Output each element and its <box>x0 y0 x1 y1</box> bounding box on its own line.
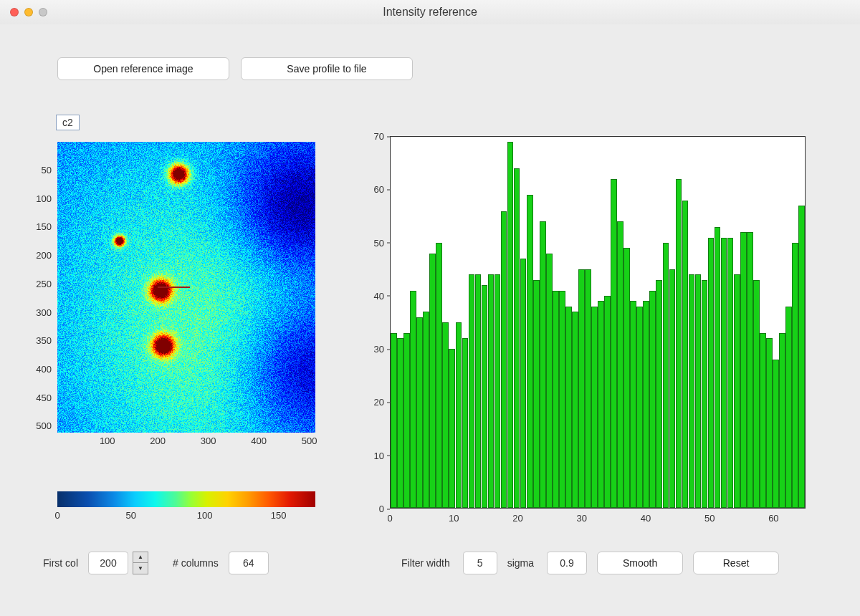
bar-x-tick: 50 <box>704 513 715 524</box>
image-x-tick: 300 <box>201 435 216 446</box>
window-maximize[interactable] <box>39 8 47 16</box>
bar-x-tick: 40 <box>641 513 651 524</box>
first-col-spinner: ▲ ▼ <box>133 552 148 574</box>
image-y-tick: 150 <box>22 221 52 232</box>
image-x-tick: 400 <box>251 435 267 446</box>
filter-width-input[interactable] <box>463 552 497 574</box>
bar <box>785 307 792 508</box>
first-col-input[interactable] <box>88 552 128 574</box>
image-x-tick: 500 <box>302 435 317 446</box>
reset-button[interactable]: Reset <box>693 552 779 574</box>
colorbar-tick: 150 <box>271 510 287 521</box>
bar <box>533 280 540 508</box>
window-title: Intensity reference <box>383 6 477 19</box>
bar <box>598 301 604 508</box>
bar <box>715 227 721 508</box>
bar-x-tick: 30 <box>576 513 586 524</box>
colorbar <box>57 491 315 507</box>
bar <box>682 201 689 508</box>
bar <box>462 338 469 508</box>
bar <box>611 179 617 508</box>
bar <box>753 280 760 508</box>
image-axes-wrap: 50100150200250300350400450500 1002003004… <box>22 142 330 443</box>
num-cols-input[interactable] <box>229 552 269 574</box>
bar <box>636 307 643 508</box>
bar <box>527 195 533 508</box>
bar-x-ticks: 0102030405060 <box>390 510 806 527</box>
bar <box>565 307 572 508</box>
open-reference-button[interactable]: Open reference image <box>57 57 229 80</box>
bar <box>585 269 591 508</box>
bar <box>442 322 449 508</box>
first-col-down[interactable]: ▼ <box>133 563 148 574</box>
bar <box>572 312 578 508</box>
first-col-up[interactable]: ▲ <box>133 552 148 563</box>
bar-y-tick: 60 <box>358 184 384 195</box>
sigma-input[interactable] <box>547 552 587 574</box>
bar <box>475 274 482 508</box>
left-controls: First col ▲ ▼ # columns <box>43 552 269 574</box>
smooth-button[interactable]: Smooth <box>597 552 683 574</box>
image-y-tick: 300 <box>22 307 52 317</box>
bar <box>643 301 649 508</box>
bar <box>708 238 715 508</box>
bar <box>695 274 702 508</box>
bar <box>482 285 488 508</box>
bar <box>416 317 423 508</box>
bars-container <box>391 137 805 508</box>
titlebar: Intensity reference <box>0 0 860 24</box>
bar <box>721 238 727 508</box>
bar <box>760 333 766 508</box>
bar-axes[interactable] <box>390 136 806 509</box>
image-y-tick: 500 <box>22 420 52 431</box>
bar <box>669 269 676 508</box>
bar-x-tick: 20 <box>512 513 522 524</box>
bar <box>507 142 514 508</box>
image-y-tick: 450 <box>22 392 52 403</box>
bar <box>617 221 624 508</box>
bar <box>747 232 753 508</box>
profile-panel: 010203040506070 0102030405060 <box>358 133 817 534</box>
window-close[interactable] <box>10 8 19 16</box>
chevron-down-icon: ▼ <box>138 566 143 572</box>
bar-x-tick: 0 <box>387 513 392 524</box>
bar <box>624 248 630 508</box>
image-y-tick: 200 <box>22 250 52 261</box>
roi-line[interactable] <box>158 287 190 288</box>
bar-y-tick: 30 <box>358 344 384 355</box>
bar <box>436 243 442 508</box>
bar <box>727 238 734 508</box>
bar <box>553 291 559 508</box>
bar <box>792 243 798 508</box>
bar <box>429 254 436 508</box>
colorbar-tick: 100 <box>197 510 213 521</box>
sigma-label: sigma <box>507 557 534 569</box>
bar <box>798 206 805 508</box>
filter-width-label: Filter width <box>401 557 450 569</box>
image-y-tick: 350 <box>22 335 52 346</box>
bar <box>676 179 682 508</box>
bar <box>540 221 546 508</box>
image-x-tick: 100 <box>100 435 115 446</box>
save-profile-button[interactable]: Save profile to file <box>241 57 413 80</box>
image-x-tick: 200 <box>150 435 166 446</box>
chevron-up-icon: ▲ <box>138 554 143 560</box>
bar-y-tick: 20 <box>358 397 384 408</box>
bar-y-tick: 40 <box>358 290 384 301</box>
bar <box>779 333 785 508</box>
bar-y-tick: 10 <box>358 450 384 461</box>
bar <box>766 338 773 508</box>
bar <box>494 274 501 508</box>
colorbar-wrap: 050100150 <box>57 491 315 524</box>
bar <box>559 291 565 508</box>
bar <box>702 280 708 508</box>
image-y-tick: 400 <box>22 364 52 375</box>
traffic-lights <box>0 8 47 16</box>
bar-x-tick: 10 <box>449 513 459 524</box>
window-minimize[interactable] <box>24 8 33 16</box>
heatmap-axes[interactable] <box>57 142 315 433</box>
bar-y-ticks: 010203040506070 <box>358 136 388 509</box>
colorbar-ticks: 050100150 <box>57 507 315 524</box>
bar <box>689 274 695 508</box>
bar <box>546 254 553 508</box>
